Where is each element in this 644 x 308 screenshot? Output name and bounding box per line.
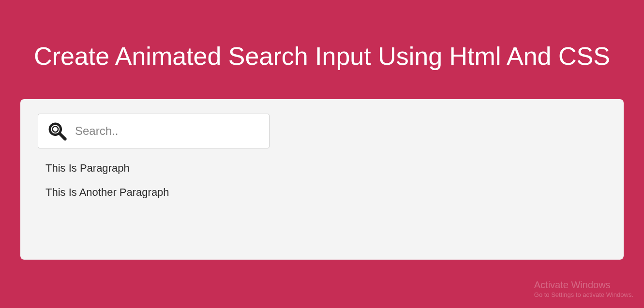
paragraph-1: This Is Paragraph [45, 162, 606, 175]
paragraph-2: This Is Another Paragraph [45, 186, 606, 199]
search-icon [43, 120, 71, 142]
search-input[interactable] [71, 124, 264, 138]
svg-point-1 [52, 127, 58, 132]
content-card: This Is Paragraph This Is Another Paragr… [20, 99, 624, 260]
watermark-title: Activate Windows [534, 279, 633, 291]
svg-line-2 [60, 134, 65, 139]
windows-activation-watermark: Activate Windows Go to Settings to activ… [534, 279, 633, 299]
page-title: Create Animated Search Input Using Html … [0, 0, 644, 71]
watermark-subtitle: Go to Settings to activate Windows. [534, 291, 633, 299]
search-wrapper[interactable] [38, 114, 270, 148]
